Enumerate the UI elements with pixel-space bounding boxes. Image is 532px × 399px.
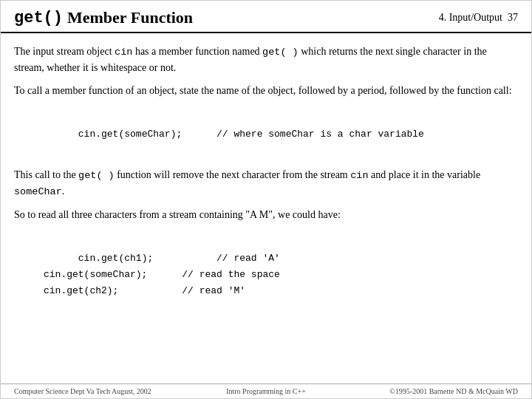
para1-text: The input stream object bbox=[14, 46, 115, 57]
slide-container: get() Member Function 4. Input/Output 37… bbox=[0, 0, 532, 399]
paragraph-1: The input stream object cin has a member… bbox=[14, 44, 518, 75]
para3-mid2: and place it in the variable bbox=[369, 169, 481, 180]
footer-center: Intro Programming in C++ bbox=[182, 387, 349, 395]
header-slide-number: 37 bbox=[508, 12, 518, 23]
footer-right: ©1995-2001 Barnette ND & McQuain WD bbox=[350, 387, 518, 395]
para3-end: . bbox=[62, 185, 65, 197]
footer-left: Computer Science Dept Va Tech August, 20… bbox=[14, 387, 182, 395]
para3-var: someChar bbox=[14, 186, 62, 197]
paragraph-2: To call a member function of an object, … bbox=[14, 83, 518, 98]
paragraph-4: So to read all three characters from a s… bbox=[14, 207, 518, 222]
code1-text: cin.get(someChar); // where someChar is … bbox=[78, 129, 424, 140]
header-right: 4. Input/Output 37 bbox=[439, 12, 518, 24]
header-section: 4. Input/Output bbox=[439, 12, 502, 23]
para3-get: get( ) bbox=[78, 170, 115, 181]
paragraph-3: This call to the get( ) function will re… bbox=[14, 167, 518, 200]
para3-mid: function will remove the next character … bbox=[115, 169, 351, 180]
header-title-text: Member Function bbox=[67, 8, 193, 27]
code-block-2: cin.get(ch1); // read 'A' cin.get(someCh… bbox=[44, 234, 518, 316]
code2-line1: cin.get(ch1); // read 'A' bbox=[78, 253, 280, 264]
slide-content: The input stream object cin has a member… bbox=[1, 33, 531, 383]
slide-header: get() Member Function 4. Input/Output 37 bbox=[1, 1, 531, 33]
header-title-code: get() bbox=[14, 9, 63, 27]
para3-cin: cin bbox=[350, 170, 368, 181]
para1-mid: has a member function named bbox=[132, 46, 262, 57]
code-block-1: cin.get(someChar); // where someChar is … bbox=[44, 110, 518, 159]
para3-start: This call to the bbox=[14, 169, 78, 180]
para4-text: So to read all three characters from a s… bbox=[14, 209, 341, 220]
header-left: get() Member Function bbox=[14, 8, 193, 27]
para1-get: get( ) bbox=[262, 47, 299, 58]
code2-line3: cin.get(ch2); // read 'M' bbox=[44, 285, 245, 296]
para2-text: To call a member function of an object, … bbox=[14, 85, 512, 96]
slide-footer: Computer Science Dept Va Tech August, 20… bbox=[1, 383, 531, 398]
code2-line2: cin.get(someChar); // read the space bbox=[44, 269, 280, 280]
para1-cin: cin bbox=[115, 47, 132, 58]
